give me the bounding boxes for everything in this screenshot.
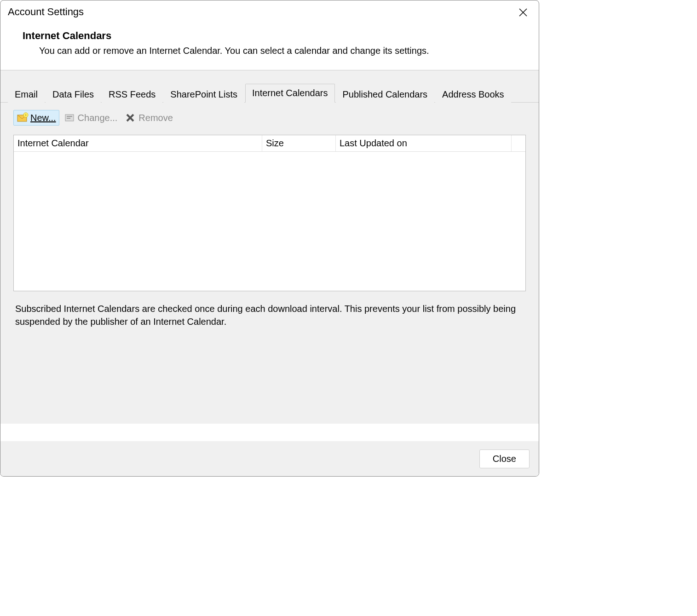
tab-email[interactable]: Email [8, 86, 45, 103]
column-header-name[interactable]: Internet Calendar [14, 135, 262, 151]
page-description: You can add or remove an Internet Calend… [39, 46, 539, 56]
new-button-label: New... [30, 113, 56, 123]
remove-button: Remove [122, 110, 175, 125]
svg-rect-8 [67, 118, 70, 119]
svg-rect-7 [67, 116, 72, 117]
dialog-footer: Close [0, 441, 539, 476]
column-header-updated[interactable]: Last Updated on [336, 135, 512, 151]
remove-button-label: Remove [138, 113, 173, 123]
tab-internet-calendars[interactable]: Internet Calendars [245, 84, 335, 103]
close-button[interactable]: Close [479, 449, 530, 468]
remove-icon [125, 112, 137, 123]
new-calendar-icon [17, 112, 29, 123]
close-icon[interactable] [515, 6, 531, 21]
tab-rss-feeds[interactable]: RSS Feeds [102, 86, 162, 103]
column-header-size[interactable]: Size [262, 135, 336, 151]
calendar-table[interactable]: Internet Calendar Size Last Updated on [13, 135, 526, 291]
tab-sharepoint-lists[interactable]: SharePoint Lists [163, 86, 244, 103]
change-button-label: Change... [78, 113, 118, 123]
content-area: Email Data Files RSS Feeds SharePoint Li… [0, 70, 539, 424]
table-header-row: Internet Calendar Size Last Updated on [14, 135, 525, 152]
tab-data-files[interactable]: Data Files [46, 86, 101, 103]
info-text: Subscribed Internet Calendars are checke… [13, 291, 526, 328]
column-header-spacer [512, 135, 525, 151]
change-icon [64, 112, 76, 123]
new-button[interactable]: New... [13, 110, 59, 126]
toolbar: New... Change... [13, 110, 526, 135]
tab-panel: New... Change... [0, 103, 539, 328]
title-bar: Account Settings [0, 0, 539, 21]
dialog-title: Account Settings [8, 6, 84, 18]
tab-published-calendars[interactable]: Published Calendars [336, 86, 435, 103]
page-title: Internet Calendars [23, 30, 539, 42]
tab-strip: Email Data Files RSS Feeds SharePoint Li… [0, 83, 539, 103]
page-header: Internet Calendars You can add or remove… [0, 21, 539, 70]
tab-address-books[interactable]: Address Books [435, 86, 511, 103]
change-button: Change... [61, 110, 121, 125]
